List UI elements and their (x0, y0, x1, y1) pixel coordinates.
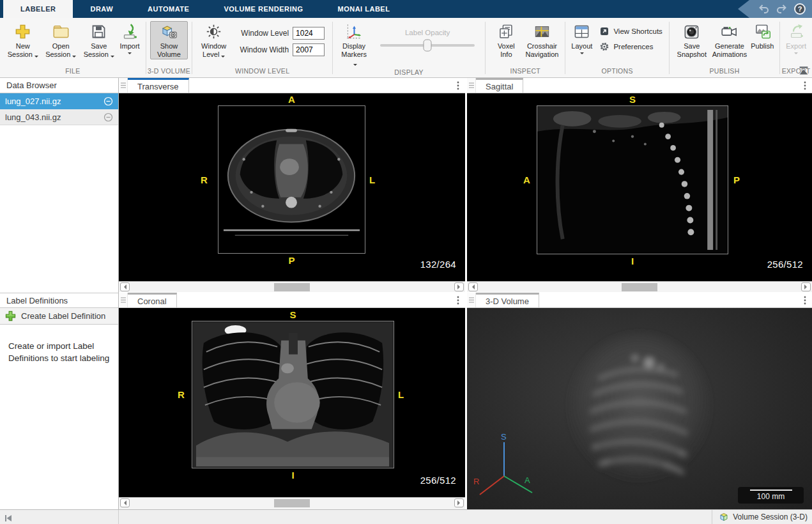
sagittal-viewport[interactable]: S A P I 256/512 (467, 93, 812, 281)
scrollbar-thumb[interactable] (622, 283, 657, 291)
orientation-label-posterior: P (733, 174, 740, 185)
help-icon[interactable]: ? (794, 3, 806, 15)
tab-monai-label[interactable]: MONAI LABEL (321, 0, 408, 18)
chevron-down-icon (34, 56, 38, 59)
sagittal-slice-scrollbar[interactable] (467, 281, 812, 292)
collapse-panel-icon[interactable] (4, 513, 13, 521)
sagittal-image (537, 105, 728, 254)
data-browser-header: Data Browser (0, 78, 118, 93)
volume-3d-tab[interactable]: 3-D Volume (476, 293, 539, 307)
window-width-input[interactable] (293, 43, 325, 56)
kebab-menu-icon[interactable] (457, 78, 459, 93)
publish-button[interactable]: Publish (749, 21, 776, 51)
ribbon-section-display: Display Markers Label Opacity DISPLAY (333, 18, 485, 77)
orientation-label-superior: S (192, 309, 394, 320)
scroll-left-button[interactable] (468, 282, 478, 291)
transverse-pane: Transverse A R L P 132/264 (119, 78, 465, 292)
transverse-tab[interactable]: Transverse (128, 78, 189, 93)
camera-icon (683, 23, 700, 40)
layout-button[interactable]: Layout (569, 21, 594, 57)
orientation-label-left: L (369, 174, 375, 185)
coronal-tab[interactable]: Coronal (128, 293, 177, 307)
scroll-right-button[interactable] (454, 498, 464, 507)
window-level-input[interactable] (293, 27, 325, 40)
chevron-down-icon (580, 52, 584, 56)
save-snapshot-button[interactable]: Save Snapshot (673, 21, 710, 59)
scroll-left-button[interactable] (120, 498, 130, 507)
data-browser-item[interactable]: lung_043.nii.gz (0, 109, 118, 125)
kebab-menu-icon[interactable] (804, 293, 806, 307)
redo-icon[interactable] (776, 4, 788, 14)
chevron-down-icon (72, 56, 76, 59)
quick-access-toolbar: ? (738, 0, 812, 18)
new-session-button[interactable]: New Session (4, 21, 42, 59)
scroll-right-button[interactable] (454, 282, 464, 291)
undo-icon[interactable] (757, 4, 770, 14)
grip-icon[interactable] (467, 293, 476, 307)
open-session-button[interactable]: Open Session (42, 21, 79, 59)
publish-icon (754, 23, 771, 40)
tab-automate[interactable]: AUTOMATE (130, 0, 206, 18)
tab-draw[interactable]: DRAW (73, 0, 130, 18)
transverse-slice-scrollbar[interactable] (119, 281, 465, 292)
generate-animations-button[interactable]: Generate Animations (710, 21, 749, 59)
sagittal-pane: Sagittal S A P I 256/512 (467, 78, 812, 292)
voxel-info-button[interactable]: Voxel Info (489, 21, 523, 59)
coronal-viewport[interactable]: S R L I 256/512 (119, 308, 465, 497)
window-width-field-label: Window Width (236, 45, 289, 54)
slice-counter: 256/512 (420, 475, 456, 486)
view-shortcuts-button[interactable]: View Shortcuts (599, 26, 663, 36)
scrollbar-thumb[interactable] (274, 499, 310, 507)
grip-icon[interactable] (467, 78, 476, 93)
axis-label-superior: S (501, 432, 507, 442)
chevron-down-icon (128, 52, 132, 56)
scroll-right-button[interactable] (801, 282, 811, 291)
tab-volume-rendering[interactable]: VOLUME RENDERING (206, 0, 320, 18)
preferences-button[interactable]: Preferences (599, 42, 663, 52)
tab-labeler[interactable]: LABELER (3, 0, 73, 18)
data-browser-item[interactable]: lung_027.nii.gz (0, 93, 118, 109)
scrollbar-thumb[interactable] (274, 283, 310, 291)
transverse-pane-header: Transverse (119, 78, 465, 93)
import-button[interactable]: Import (118, 21, 141, 57)
show-volume-toggle[interactable]: Show Volume (150, 21, 188, 59)
gear-icon (599, 42, 609, 52)
scroll-left-button[interactable] (120, 282, 130, 291)
axis-label-right: R (473, 477, 479, 486)
ribbon-section-inspect: Voxel Info Crosshair Navigation INSPECT (486, 18, 565, 77)
scale-bar-line (750, 489, 792, 491)
section-label-inspect: INSPECT (487, 66, 563, 77)
status-divider (118, 510, 119, 524)
window-level-button[interactable]: Window Level (196, 21, 231, 59)
grip-icon[interactable] (119, 293, 128, 307)
sagittal-tab[interactable]: Sagittal (476, 78, 523, 93)
save-session-button[interactable]: Save Session (80, 21, 118, 59)
grip-icon[interactable] (119, 78, 128, 93)
remove-volume-icon[interactable] (103, 112, 113, 122)
status-bar: Volume Session (3-D) (0, 509, 812, 524)
voxel-info-icon (498, 23, 515, 40)
scale-bar: 100 mm (738, 487, 804, 504)
kebab-menu-icon[interactable] (804, 78, 806, 93)
coronal-slice-scrollbar[interactable] (119, 497, 465, 509)
collapse-ribbon-icon[interactable] (798, 66, 809, 75)
ribbon-section-options: Layout View Shortcuts Preferences OPTION… (565, 18, 669, 77)
app-tab-strip: LABELER DRAW AUTOMATE VOLUME RENDERING M… (0, 0, 812, 18)
kebab-menu-icon[interactable] (457, 293, 459, 307)
volume-3d-viewport[interactable]: S R A 100 mm (467, 308, 812, 509)
create-label-definition-button[interactable]: Create Label Definition (0, 308, 118, 325)
transverse-viewport[interactable]: A R L P 132/264 (119, 93, 465, 281)
orientation-label-left: L (398, 389, 404, 400)
chevron-down-icon (794, 52, 798, 56)
section-label-window-level: WINDOW LEVEL (194, 66, 331, 77)
crosshair-navigation-button[interactable]: Crosshair Navigation (523, 21, 562, 59)
section-label-publish: PUBLISH (671, 66, 778, 77)
plus-icon (14, 23, 31, 40)
display-markers-button[interactable]: Display Markers (337, 21, 371, 68)
view-shortcuts-icon (599, 26, 609, 36)
coronal-image (192, 321, 394, 468)
orientation-label-superior: S (537, 94, 728, 105)
transverse-image (218, 105, 365, 254)
ribbon-toolstrip: New Session Open Session Save Session Im… (0, 18, 812, 78)
remove-volume-icon[interactable] (103, 96, 113, 106)
